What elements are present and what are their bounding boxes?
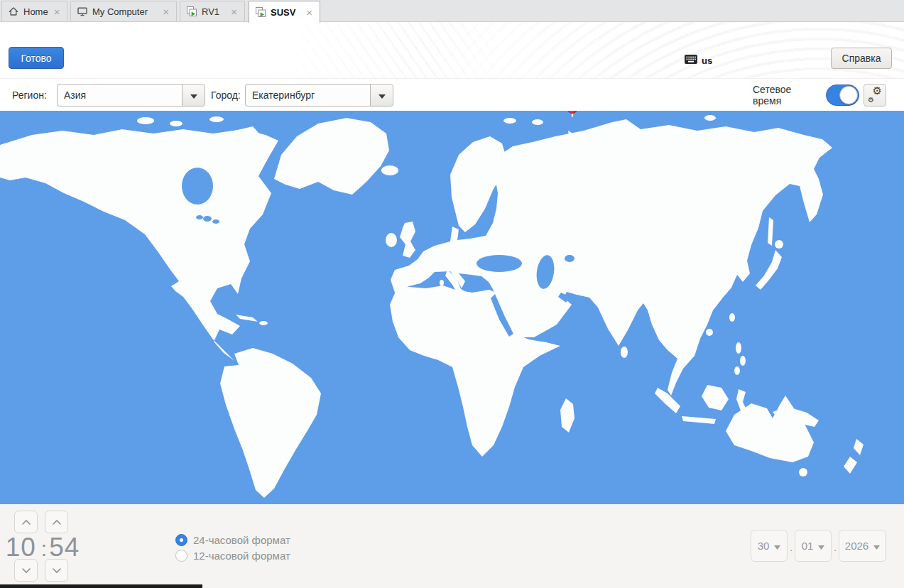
tab-my-computer[interactable]: My Computer × bbox=[70, 1, 177, 21]
dropdown-arrow-icon bbox=[190, 89, 197, 102]
region-dropdown-button[interactable] bbox=[182, 84, 205, 107]
chevron-up-icon bbox=[21, 516, 31, 528]
close-icon[interactable]: × bbox=[161, 6, 170, 17]
ntp-config-button[interactable]: ⚙⚙ bbox=[864, 84, 886, 107]
minutes-value: 54 bbox=[49, 533, 80, 562]
day-value: 30 bbox=[758, 540, 770, 552]
app-window: Home × My Computer × RV1 × SUSV × bbox=[0, 0, 904, 588]
minutes-down-button[interactable] bbox=[45, 559, 68, 582]
radio-12h-label: 12-часовой формат bbox=[193, 550, 290, 562]
time-display: 10:54 bbox=[7, 533, 78, 562]
network-time-toggle[interactable] bbox=[826, 85, 859, 106]
timezone-map[interactable] bbox=[0, 111, 904, 504]
header-lines-decoration bbox=[272, 22, 506, 78]
datetime-panel: 10:54 24-часовой формат 12-часовой форма… bbox=[0, 504, 904, 588]
close-icon[interactable]: × bbox=[53, 6, 62, 17]
vm-icon bbox=[186, 6, 197, 17]
home-icon bbox=[8, 6, 19, 17]
minutes-up-button[interactable] bbox=[45, 511, 68, 533]
keyboard-layout-indicator[interactable]: us bbox=[685, 54, 712, 67]
tab-bar: Home × My Computer × RV1 × SUSV × bbox=[0, 0, 904, 22]
date-separator: . bbox=[790, 541, 793, 553]
city-combobox[interactable]: Екатеринбург bbox=[245, 84, 393, 107]
dropdown-arrow-icon bbox=[379, 89, 386, 102]
background-screen-edge bbox=[0, 584, 202, 588]
year-dropdown[interactable]: 2026 bbox=[839, 530, 886, 562]
radio-24h[interactable] bbox=[175, 534, 187, 546]
tab-label: SUSV bbox=[271, 7, 295, 18]
date-separator: . bbox=[834, 541, 837, 553]
toggle-knob bbox=[839, 86, 858, 104]
tab-home[interactable]: Home × bbox=[1, 1, 67, 21]
tab-susv[interactable]: SUSV × bbox=[249, 1, 320, 23]
format-24h-option[interactable]: 24-часовой формат bbox=[175, 533, 290, 546]
chevron-down-icon bbox=[21, 564, 31, 577]
month-dropdown[interactable]: 01 bbox=[795, 530, 832, 562]
keyboard-layout-label: us bbox=[702, 55, 712, 66]
world-map bbox=[0, 111, 904, 504]
chevron-up-icon bbox=[52, 516, 62, 528]
keyboard-icon bbox=[685, 54, 697, 67]
radio-24h-label: 24-часовой формат bbox=[193, 534, 290, 546]
help-button[interactable]: Справка bbox=[831, 48, 892, 69]
radio-12h[interactable] bbox=[175, 550, 187, 562]
network-time-label: Сетевое время bbox=[753, 79, 822, 111]
city-label: Город: bbox=[211, 79, 241, 111]
region-value[interactable]: Азия bbox=[57, 84, 182, 107]
region-combobox[interactable]: Азия bbox=[57, 84, 205, 107]
dropdown-arrow-icon bbox=[774, 540, 780, 552]
month-value: 01 bbox=[802, 540, 814, 552]
city-dropdown-button[interactable] bbox=[370, 84, 393, 107]
timezone-toolbar: Регион: Азия Город: Екатеринбург Сетевое… bbox=[0, 78, 904, 111]
tab-label: Home bbox=[23, 6, 48, 17]
tab-label: My Computer bbox=[92, 6, 148, 17]
year-value: 2026 bbox=[845, 540, 868, 552]
dropdown-arrow-icon bbox=[818, 540, 824, 552]
tab-rv1[interactable]: RV1 × bbox=[180, 1, 245, 21]
hours-value: 10 bbox=[6, 533, 36, 562]
chevron-down-icon bbox=[52, 564, 62, 577]
tab-label: RV1 bbox=[202, 6, 219, 17]
time-colon: : bbox=[41, 537, 48, 561]
city-value[interactable]: Екатеринбург bbox=[245, 84, 370, 107]
dropdown-arrow-icon bbox=[873, 540, 880, 552]
close-icon[interactable]: × bbox=[305, 7, 314, 18]
hours-down-button[interactable] bbox=[14, 559, 38, 582]
computer-icon bbox=[77, 6, 88, 17]
spoke-header: Готово us Справка bbox=[0, 22, 904, 78]
hours-up-button[interactable] bbox=[14, 511, 38, 533]
region-label: Регион: bbox=[12, 79, 47, 111]
vm-icon bbox=[255, 6, 266, 18]
day-dropdown[interactable]: 30 bbox=[751, 530, 788, 562]
close-icon[interactable]: × bbox=[229, 6, 239, 17]
gears-icon: ⚙⚙ bbox=[864, 85, 886, 106]
done-button[interactable]: Готово bbox=[9, 47, 64, 69]
format-12h-option[interactable]: 12-часовой формат bbox=[175, 549, 290, 562]
